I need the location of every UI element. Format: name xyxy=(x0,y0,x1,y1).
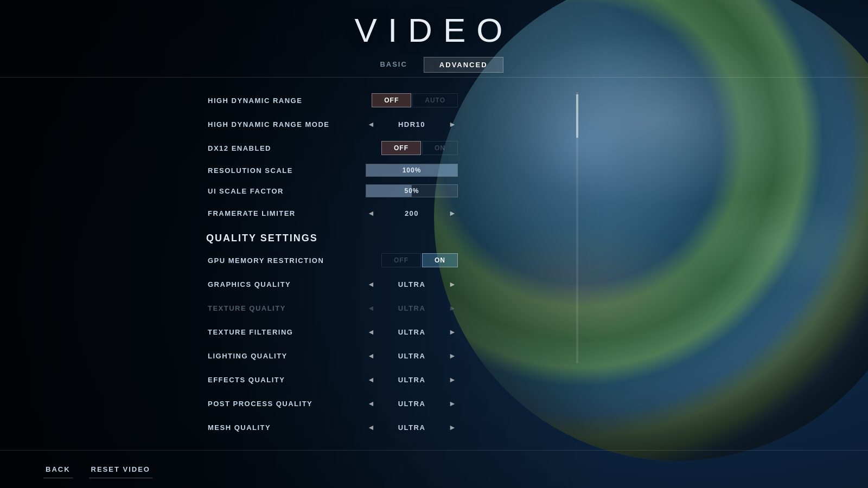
setting-post-process-quality: POST PROCESS QUALITY ◄ ULTRA ► xyxy=(163,391,467,415)
setting-ui-scale: UI SCALE FACTOR 50% xyxy=(163,181,467,201)
tab-divider xyxy=(0,77,868,78)
framerate-selector: ◄ 200 ► xyxy=(366,208,458,219)
tab-basic[interactable]: BASIC xyxy=(365,57,422,73)
setting-label-mesh-quality: MESH QUALITY xyxy=(208,423,366,432)
hdr-mode-value: HDR10 xyxy=(390,120,433,129)
lighting-quality-right-arrow[interactable]: ► xyxy=(447,350,458,361)
scroll-thumb[interactable] xyxy=(576,94,578,138)
setting-label-framerate: FRAMERATE LIMITER xyxy=(208,209,366,217)
setting-terrain-quality: TERRAIN QUALITY ◄ ULTRA ► xyxy=(163,439,467,441)
hdr-mode-left-arrow[interactable]: ◄ xyxy=(366,119,376,130)
setting-dx12: DX12 ENABLED OFF ON xyxy=(163,136,467,160)
hdr-mode-right-arrow[interactable]: ► xyxy=(447,119,458,130)
framerate-left-arrow[interactable]: ◄ xyxy=(366,208,376,219)
graphics-quality-right-arrow[interactable]: ► xyxy=(447,279,458,290)
header: VIDEO BASIC ADVANCED xyxy=(0,0,868,78)
setting-mesh-quality: MESH QUALITY ◄ ULTRA ► xyxy=(163,415,467,439)
effects-quality-value: ULTRA xyxy=(390,376,433,384)
scroll-bar xyxy=(576,92,578,363)
setting-label-hdr-mode: HIGH DYNAMIC RANGE MODE xyxy=(208,120,366,129)
gpu-memory-toggle-group: OFF ON xyxy=(381,253,458,267)
setting-label-lighting-quality: LIGHTING QUALITY xyxy=(208,352,366,360)
lighting-quality-value: ULTRA xyxy=(390,352,433,360)
ui-scale-slider-value: 50% xyxy=(366,187,457,195)
texture-quality-selector: ◄ ULTRA ► xyxy=(366,303,458,313)
texture-filtering-value: ULTRA xyxy=(390,328,433,336)
setting-framerate: FRAMERATE LIMITER ◄ 200 ► xyxy=(163,201,467,225)
mesh-quality-right-arrow[interactable]: ► xyxy=(447,422,458,433)
bottom-bar: BACK RESET VIDEO xyxy=(0,450,868,488)
setting-hdr-mode: HIGH DYNAMIC RANGE MODE ◄ HDR10 ► xyxy=(163,112,467,136)
resolution-slider[interactable]: 100% xyxy=(366,164,458,177)
lighting-quality-selector: ◄ ULTRA ► xyxy=(366,350,458,361)
texture-filtering-right-arrow[interactable]: ► xyxy=(447,326,458,337)
mesh-quality-selector: ◄ ULTRA ► xyxy=(366,422,458,433)
texture-quality-value: ULTRA xyxy=(390,304,433,312)
graphics-quality-left-arrow[interactable]: ◄ xyxy=(366,279,376,290)
ui-scale-slider[interactable]: 50% xyxy=(366,184,458,197)
setting-effects-quality: EFFECTS QUALITY ◄ ULTRA ► xyxy=(163,368,467,391)
texture-quality-right-arrow[interactable]: ► xyxy=(447,303,458,313)
gpu-memory-off-btn[interactable]: OFF xyxy=(381,253,421,267)
setting-label-dx12: DX12 ENABLED xyxy=(208,144,381,152)
quality-section-title: QUALITY SETTINGS xyxy=(206,233,458,244)
tab-bar: BASIC ADVANCED xyxy=(365,57,503,73)
lighting-quality-left-arrow[interactable]: ◄ xyxy=(366,350,376,361)
mesh-quality-left-arrow[interactable]: ◄ xyxy=(366,422,376,433)
post-process-selector: ◄ ULTRA ► xyxy=(366,398,458,409)
back-button[interactable]: BACK xyxy=(43,461,73,478)
setting-gpu-memory: GPU MEMORY RESTRICTION OFF ON xyxy=(163,248,467,272)
texture-filtering-selector: ◄ ULTRA ► xyxy=(366,326,458,337)
post-process-value: ULTRA xyxy=(390,400,433,408)
effects-quality-selector: ◄ ULTRA ► xyxy=(366,374,458,385)
setting-texture-filtering: TEXTURE FILTERING ◄ ULTRA ► xyxy=(163,320,467,344)
setting-label-texture-filtering: TEXTURE FILTERING xyxy=(208,328,366,336)
texture-filtering-left-arrow[interactable]: ◄ xyxy=(366,326,376,337)
setting-label-graphics-quality: GRAPHICS QUALITY xyxy=(208,280,366,288)
framerate-value: 200 xyxy=(390,209,433,217)
setting-label-texture-quality: TEXTURE QUALITY xyxy=(208,304,366,312)
hdr-mode-selector: ◄ HDR10 ► xyxy=(366,119,458,130)
page-title: VIDEO xyxy=(355,11,514,49)
setting-label-resolution: RESOLUTION SCALE xyxy=(208,166,366,175)
post-process-left-arrow[interactable]: ◄ xyxy=(366,398,376,409)
dx12-on-btn[interactable]: ON xyxy=(422,141,458,155)
ui-scale-slider-control: 50% xyxy=(366,184,458,197)
setting-lighting-quality: LIGHTING QUALITY ◄ ULTRA ► xyxy=(163,344,467,368)
setting-label-gpu-memory: GPU MEMORY RESTRICTION xyxy=(208,256,381,265)
setting-graphics-quality: GRAPHICS QUALITY ◄ ULTRA ► xyxy=(163,272,467,296)
setting-label-ui-scale: UI SCALE FACTOR xyxy=(208,187,366,195)
graphics-quality-value: ULTRA xyxy=(390,280,433,288)
resolution-slider-control: 100% xyxy=(366,164,458,177)
quality-section-header: QUALITY SETTINGS xyxy=(163,225,467,248)
dx12-off-btn[interactable]: OFF xyxy=(381,141,421,155)
dx12-toggle-group: OFF ON xyxy=(381,141,458,155)
hdr-off-btn[interactable]: OFF xyxy=(372,93,411,107)
setting-label-hdr: HIGH DYNAMIC RANGE xyxy=(208,97,372,105)
setting-label-post-process: POST PROCESS QUALITY xyxy=(208,400,366,408)
post-process-right-arrow[interactable]: ► xyxy=(447,398,458,409)
ui-container: VIDEO BASIC ADVANCED HIGH DYNAMIC RANGE … xyxy=(0,0,868,488)
hdr-auto-btn[interactable]: AUTO xyxy=(412,93,458,107)
mesh-quality-value: ULTRA xyxy=(390,423,433,432)
effects-quality-left-arrow[interactable]: ◄ xyxy=(366,374,376,385)
graphics-quality-selector: ◄ ULTRA ► xyxy=(366,279,458,290)
settings-panel: HIGH DYNAMIC RANGE OFF AUTO HIGH DYNAMIC… xyxy=(163,83,467,441)
gpu-memory-on-btn[interactable]: ON xyxy=(422,253,458,267)
tab-advanced[interactable]: ADVANCED xyxy=(424,57,503,73)
reset-video-button[interactable]: RESET VIDEO xyxy=(89,461,152,478)
resolution-slider-value: 100% xyxy=(366,166,457,174)
setting-resolution-scale: RESOLUTION SCALE 100% xyxy=(163,160,467,181)
setting-high-dynamic-range: HIGH DYNAMIC RANGE OFF AUTO xyxy=(163,88,467,112)
texture-quality-left-arrow[interactable]: ◄ xyxy=(366,303,376,313)
setting-texture-quality: TEXTURE QUALITY ◄ ULTRA ► xyxy=(163,296,467,320)
setting-label-effects-quality: EFFECTS QUALITY xyxy=(208,376,366,384)
framerate-right-arrow[interactable]: ► xyxy=(447,208,458,219)
hdr-toggle-group: OFF AUTO xyxy=(372,93,458,107)
effects-quality-right-arrow[interactable]: ► xyxy=(447,374,458,385)
